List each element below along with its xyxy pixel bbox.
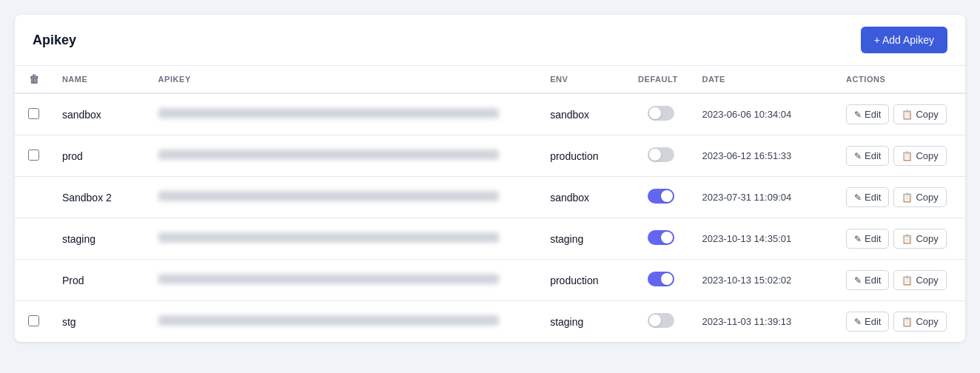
header-checkbox: 🗑	[15, 66, 53, 93]
edit-label: Edit	[865, 109, 881, 120]
edit-button[interactable]: ✎Edit	[846, 146, 889, 166]
row-actions: ✎Edit📋Copy	[837, 93, 965, 135]
row-date: 2023-06-12 16:51:33	[693, 135, 837, 177]
copy-button[interactable]: 📋Copy	[893, 312, 946, 332]
page-title: Apikey	[33, 33, 76, 48]
copy-button[interactable]: 📋Copy	[893, 146, 946, 166]
row-date: 2023-10-13 15:02:02	[693, 260, 837, 301]
checkbox-cell	[15, 260, 53, 301]
row-name: prod	[53, 135, 150, 177]
table-header-row: 🗑 NAME APIKEY ENV DEFAULT DATE ACTIONS	[15, 66, 965, 93]
header-date: DATE	[693, 66, 837, 93]
row-env: staging	[541, 218, 629, 260]
row-default	[629, 218, 693, 260]
copy-icon: 📋	[902, 234, 913, 244]
copy-label: Copy	[916, 275, 938, 286]
row-checkbox[interactable]	[28, 315, 39, 326]
row-name: stg	[53, 301, 150, 343]
row-checkbox[interactable]	[28, 108, 39, 119]
edit-label: Edit	[865, 233, 881, 244]
row-apikey	[150, 93, 542, 135]
trash-icon: 🗑	[29, 73, 40, 85]
row-checkbox[interactable]	[28, 149, 39, 161]
row-env: staging	[541, 301, 629, 343]
row-env: sandbox	[541, 177, 629, 218]
default-toggle[interactable]	[648, 272, 674, 286]
apikey-blurred	[158, 108, 499, 118]
apikey-blurred	[158, 315, 499, 326]
row-default	[629, 260, 693, 301]
row-actions: ✎Edit📋Copy	[837, 135, 965, 177]
add-apikey-button[interactable]: + Add Apikey	[861, 27, 947, 53]
table-row: stagingstaging2023-10-13 14:35:01✎Edit📋C…	[15, 218, 965, 260]
edit-icon: ✎	[854, 234, 862, 244]
row-default	[629, 135, 693, 177]
row-env: sandbox	[541, 93, 629, 135]
edit-label: Edit	[865, 192, 881, 203]
header-name: NAME	[53, 66, 150, 93]
row-env: production	[541, 260, 629, 301]
checkbox-cell	[15, 135, 53, 177]
row-actions: ✎Edit📋Copy	[837, 301, 965, 343]
copy-icon: 📋	[902, 275, 913, 286]
row-name: sandbox	[53, 93, 150, 135]
table-row: Sandbox 2sandbox2023-07-31 11:09:04✎Edit…	[15, 177, 965, 218]
row-apikey	[150, 301, 542, 343]
apikey-blurred	[158, 191, 499, 201]
edit-icon: ✎	[854, 317, 862, 327]
row-apikey	[150, 177, 542, 218]
table-body: sandboxsandbox2023-06-06 10:34:04✎Edit📋C…	[15, 93, 965, 342]
row-actions: ✎Edit📋Copy	[837, 218, 965, 260]
edit-label: Edit	[865, 275, 881, 286]
row-name: staging	[53, 218, 150, 260]
table-row: Prodproduction2023-10-13 15:02:02✎Edit📋C…	[15, 260, 965, 301]
copy-button[interactable]: 📋Copy	[893, 229, 946, 249]
copy-button[interactable]: 📋Copy	[893, 270, 946, 290]
apikey-table: 🗑 NAME APIKEY ENV DEFAULT DATE ACTIONS s…	[15, 66, 965, 342]
main-container: Apikey + Add Apikey 🗑 NAME APIKEY ENV DE…	[15, 15, 965, 342]
apikey-blurred	[158, 274, 499, 284]
row-env: production	[541, 135, 629, 177]
copy-label: Copy	[916, 316, 938, 327]
copy-label: Copy	[916, 192, 938, 203]
header-env: ENV	[541, 66, 629, 93]
row-default	[629, 301, 693, 343]
edit-button[interactable]: ✎Edit	[846, 312, 889, 332]
copy-label: Copy	[916, 150, 938, 161]
edit-button[interactable]: ✎Edit	[846, 229, 889, 249]
default-toggle[interactable]	[648, 189, 674, 204]
default-toggle[interactable]	[648, 147, 674, 162]
edit-button[interactable]: ✎Edit	[846, 187, 889, 207]
row-apikey	[150, 260, 542, 301]
row-actions: ✎Edit📋Copy	[837, 177, 965, 218]
edit-icon: ✎	[854, 151, 862, 161]
default-toggle[interactable]	[648, 106, 674, 121]
edit-label: Edit	[865, 150, 881, 161]
copy-button[interactable]: 📋Copy	[893, 104, 946, 124]
page-header: Apikey + Add Apikey	[15, 15, 965, 66]
row-date: 2023-10-13 14:35:01	[693, 218, 837, 260]
apikey-blurred	[158, 149, 499, 160]
row-apikey	[150, 218, 542, 260]
edit-button[interactable]: ✎Edit	[846, 270, 889, 290]
apikey-blurred	[158, 232, 499, 243]
default-toggle[interactable]	[648, 230, 674, 245]
edit-icon: ✎	[854, 192, 862, 203]
checkbox-cell	[15, 301, 53, 343]
checkbox-cell	[15, 93, 53, 135]
header-apikey: APIKEY	[150, 66, 542, 93]
edit-label: Edit	[865, 316, 881, 327]
copy-label: Copy	[916, 233, 938, 244]
edit-icon: ✎	[854, 110, 862, 120]
copy-button[interactable]: 📋Copy	[893, 187, 946, 207]
row-date: 2023-06-06 10:34:04	[693, 93, 837, 135]
edit-button[interactable]: ✎Edit	[846, 104, 889, 124]
default-toggle[interactable]	[648, 313, 674, 328]
checkbox-cell	[15, 218, 53, 260]
row-default	[629, 93, 693, 135]
row-apikey	[150, 135, 542, 177]
table-row: prodproduction2023-06-12 16:51:33✎Edit📋C…	[15, 135, 965, 177]
header-actions: ACTIONS	[837, 66, 965, 93]
edit-icon: ✎	[854, 275, 862, 286]
table-row: stgstaging2023-11-03 11:39:13✎Edit📋Copy	[15, 301, 965, 343]
